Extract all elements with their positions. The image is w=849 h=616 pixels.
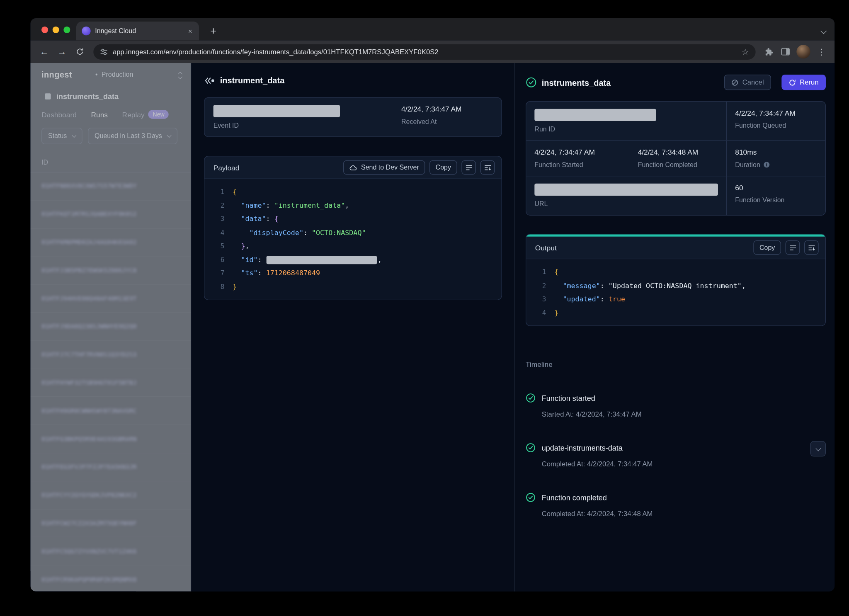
payload-copy-button[interactable]: Copy: [429, 160, 457, 175]
output-copy-button[interactable]: Copy: [753, 240, 781, 255]
chevron-down-icon: [815, 446, 821, 451]
event-id-redacted-value: [213, 105, 340, 117]
puzzle-icon: [764, 47, 773, 56]
timeline-item-subtitle: Completed At: 4/2/2024, 7:34:48 AM: [542, 510, 653, 518]
redacted-value: [267, 256, 377, 264]
browser-window: Inngest Cloud × + ← → app.inngest.com/en…: [30, 18, 834, 592]
run-header: instruments_data Cancel Rerun: [526, 63, 826, 90]
reload-icon: [75, 48, 84, 56]
rerun-button[interactable]: Rerun: [781, 75, 826, 90]
bookmark-star-icon[interactable]: ☆: [742, 47, 749, 57]
event-meta-card: Event ID 4/2/24, 7:34:47 AM Received At: [204, 97, 502, 137]
address-bar[interactable]: app.inngest.com/env/production/functions…: [93, 44, 755, 59]
inngest-app: inngest • Production instruments_data Da…: [30, 63, 834, 592]
function-started-value: 4/2/24, 7:34:47 AM: [534, 148, 638, 156]
timeline-item-subtitle: Completed At: 4/2/2024, 7:34:47 AM: [542, 461, 653, 468]
event-title: instrument_data: [220, 76, 285, 85]
timing-cell: 4/2/24, 7:34:47 AM Function Started 4/2/…: [526, 141, 726, 176]
step-check-icon: [526, 443, 536, 453]
payload-card: Payload Send to Dev Server Copy: [204, 156, 502, 300]
step-check-icon: [526, 393, 536, 403]
output-code-block: 1{2 "message": "Updated OCTO:NASDAQ inst…: [526, 259, 825, 325]
scroll-to-bottom-icon: [484, 164, 491, 171]
scroll-to-bottom-button[interactable]: [480, 160, 495, 175]
event-icon: [204, 77, 215, 85]
new-tab-button[interactable]: +: [207, 25, 220, 37]
timeline-item-step: update-instruments-data Completed At: 4/…: [526, 443, 826, 468]
send-to-dev-server-label: Send to Dev Server: [361, 164, 419, 172]
payload-code-block: 1{2 "name": "instrument_data",3 "data": …: [204, 179, 501, 300]
timeline-item-subtitle: Started At: 4/2/2024, 7:34:47 AM: [542, 411, 642, 419]
received-at-label: Received At: [401, 118, 492, 126]
wrap-text-button[interactable]: [461, 160, 476, 175]
browser-menu-button[interactable]: ⋮: [814, 44, 829, 59]
expand-step-button[interactable]: [810, 441, 826, 456]
payload-header: Payload Send to Dev Server Copy: [204, 156, 501, 179]
cloud-upload-icon: [349, 165, 357, 171]
timeline-item-title: Function started: [542, 393, 642, 403]
redaction-overlay: [30, 63, 191, 592]
browser-tab[interactable]: Inngest Cloud ×: [76, 22, 199, 40]
event-id-label: Event ID: [213, 121, 401, 129]
cancel-label: Cancel: [742, 78, 764, 86]
site-info-icon[interactable]: [100, 48, 108, 56]
close-window-button[interactable]: [41, 27, 48, 33]
scroll-to-bottom-button[interactable]: [804, 240, 819, 255]
run-id-redacted-value: [534, 109, 656, 121]
url-redacted-value: [534, 184, 718, 196]
screen: Inngest Cloud × + ← → app.inngest.com/en…: [0, 0, 849, 616]
forward-button[interactable]: →: [53, 44, 70, 60]
received-at-value: 4/2/24, 7:34:47 AM: [401, 105, 492, 113]
cancel-icon: [731, 79, 738, 86]
side-panel-icon: [781, 48, 790, 56]
run-title: instruments_data: [542, 78, 719, 87]
inngest-favicon-icon: [82, 27, 90, 35]
url-label: URL: [534, 200, 718, 208]
function-queued-value: 4/2/24, 7:34:47 AM: [735, 109, 817, 117]
payload-title: Payload: [213, 163, 339, 172]
event-header: instrument_data: [191, 63, 514, 85]
extensions-button[interactable]: [761, 44, 776, 59]
duration-value: 810ms: [735, 148, 817, 156]
timeline-item-function-completed: Function completed Completed At: 4/2/202…: [526, 492, 826, 518]
function-completed-label: Function Completed: [638, 161, 699, 169]
profile-avatar[interactable]: [796, 45, 810, 58]
reload-button[interactable]: [71, 44, 88, 60]
minimize-window-button[interactable]: [53, 27, 59, 33]
rerun-icon: [789, 79, 796, 86]
wrap-text-icon: [465, 164, 472, 171]
run-panel: instruments_data Cancel Rerun Run ID: [514, 63, 834, 592]
tab-strip: Inngest Cloud × +: [30, 18, 834, 40]
run-details-card: Run ID 4/2/24, 7:34:47 AM Function Queue…: [526, 101, 826, 216]
window-controls: [41, 27, 70, 33]
timeline-item-title: update-instruments-data: [542, 443, 653, 452]
timeline-item-function-started: Function started Started At: 4/2/2024, 7…: [526, 393, 826, 418]
tab-title: Inngest Cloud: [95, 27, 182, 35]
send-to-dev-server-button[interactable]: Send to Dev Server: [343, 160, 425, 175]
cancel-button[interactable]: Cancel: [724, 75, 771, 90]
wrap-text-icon: [789, 244, 796, 251]
function-completed-value: 4/2/24, 7:34:48 AM: [638, 148, 699, 156]
side-panel-button[interactable]: [778, 44, 793, 59]
zoom-window-button[interactable]: [63, 27, 70, 33]
duration-label: Duration: [735, 161, 760, 169]
duration-cell: 810ms Duration: [726, 141, 826, 176]
function-version-label: Function Version: [735, 196, 817, 204]
success-check-icon: [526, 77, 537, 88]
url-text[interactable]: app.inngest.com/env/production/functions…: [113, 48, 737, 56]
output-card: Output Copy 1{2 "message": "Updated OCTO…: [526, 234, 826, 326]
copy-label: Copy: [436, 164, 451, 172]
timeline-item-title: Function completed: [542, 492, 653, 502]
close-tab-icon[interactable]: ×: [187, 27, 193, 35]
back-button[interactable]: ←: [36, 44, 53, 60]
tab-search-icon[interactable]: [821, 25, 826, 35]
function-queued-cell: 4/2/24, 7:34:47 AM Function Queued: [726, 102, 826, 140]
runs-sidebar: inngest • Production instruments_data Da…: [30, 63, 191, 592]
scroll-to-bottom-icon: [808, 244, 815, 251]
timeline-title: Timeline: [526, 360, 826, 369]
info-icon[interactable]: [764, 161, 770, 168]
output-title: Output: [535, 243, 749, 252]
function-version-cell: 60 Function Version: [726, 176, 826, 215]
wrap-text-button[interactable]: [786, 240, 800, 255]
output-header: Output Copy: [526, 237, 825, 259]
